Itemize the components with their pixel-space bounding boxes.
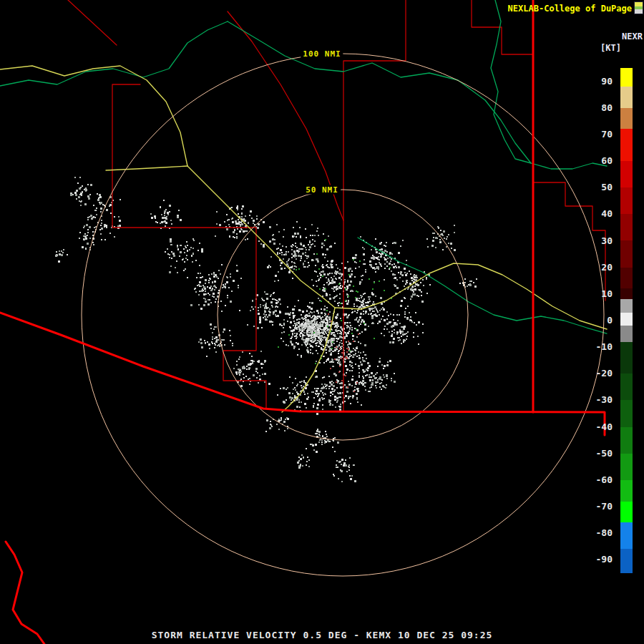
colorbar-segment: [620, 68, 633, 87]
brand-text: NEXLAB-College of DuPage: [508, 4, 632, 14]
colorbar-segment: [620, 427, 633, 454]
radar-map: [0, 0, 644, 644]
colorbar-tick-label: 80: [585, 102, 613, 114]
colorbar-segment: [620, 522, 633, 549]
cod-logo-icon: [635, 2, 643, 14]
colorbar-segment: [620, 400, 633, 426]
colorbar-segment: [620, 374, 633, 400]
colorbar-tick-label: -10: [585, 341, 613, 353]
colorbar-segment: [620, 549, 633, 572]
colorbar-tick-label: 10: [585, 288, 613, 300]
colorbar-segment: [620, 268, 633, 289]
colorbar-tick-label: -40: [585, 421, 613, 433]
colorbar-tick-label: -20: [585, 368, 613, 379]
colorbar-segment: [620, 454, 633, 480]
colorbar-segment: [620, 187, 633, 214]
colorbar-segment: [620, 342, 633, 374]
colorbar-segment: [620, 480, 633, 502]
state-borders-layer: [0, 0, 605, 644]
colorbar-segment: [620, 161, 633, 187]
radar-display: NEXLAB-College of DuPage NEXR [KT] 90807…: [0, 0, 644, 644]
velocity-colorbar: [620, 68, 633, 573]
colorbar-segment: [620, 108, 633, 130]
colorbar-tick-label: 70: [585, 129, 613, 140]
colorbar-segment: [620, 313, 633, 326]
colorbar-tick-label: 50: [585, 182, 613, 193]
colorbar-tick-label: -90: [585, 554, 613, 565]
colorbar-tick-label: 0: [585, 315, 613, 326]
radar-echo-layer: [55, 177, 477, 482]
colorbar-tick-label: -80: [585, 527, 613, 539]
colorbar-scale: 9080706050403020100-10-20-30-40-50-60-70…: [585, 68, 613, 573]
colorbar-segment: [620, 299, 633, 313]
range-ring-label: 50 NMI: [303, 185, 341, 195]
colorbar-tick-label: -60: [585, 474, 613, 486]
colorbar-tick-label: 20: [585, 262, 613, 273]
highways-layer: [0, 66, 607, 412]
colorbar-segment: [620, 214, 633, 240]
colorbar-tick-label: -70: [585, 501, 613, 512]
colorbar-tick-label: 30: [585, 235, 613, 247]
colorbar-segment: [620, 288, 633, 299]
status-bar: STORM RELATIVE VELOCITY 0.5 DEG - KEMX 1…: [0, 630, 644, 640]
colorbar-segment: [620, 87, 633, 108]
colorbar-segment: [620, 129, 633, 161]
colorbar-tick-label: 90: [585, 76, 613, 87]
colorbar-tick-label: -50: [585, 448, 613, 459]
colorbar-segment: [620, 502, 633, 523]
colorbar-segment: [620, 326, 633, 341]
units-label: [KT]: [600, 43, 621, 53]
colorbar-tick-label: 40: [585, 208, 613, 220]
product-code-label: NEXR: [622, 31, 643, 42]
colorbar-segment: [620, 240, 633, 267]
range-ring-label: 100 NMI: [301, 49, 343, 59]
colorbar-tick-label: 60: [585, 155, 613, 167]
colorbar-tick-label: -30: [585, 394, 613, 406]
